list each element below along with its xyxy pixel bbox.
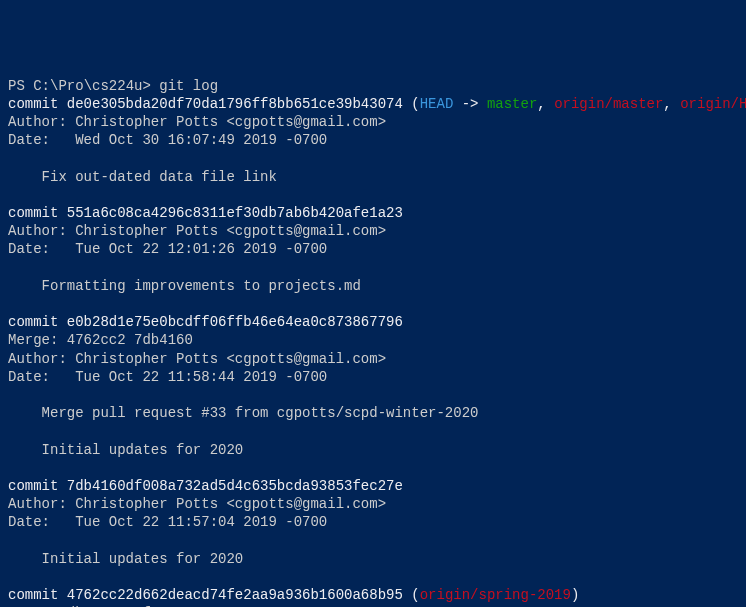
merge-line: Merge: 4762cc2 7db4160 bbox=[8, 331, 738, 349]
author-line: Author: Christopher Potts <cgpotts@gmail… bbox=[8, 222, 738, 240]
commit-message: Formatting improvements to projects.md bbox=[8, 277, 738, 295]
origin-spring-ref: origin/spring-2019 bbox=[420, 587, 571, 603]
date-line: Date: Tue Oct 22 11:58:44 2019 -0700 bbox=[8, 368, 738, 386]
commit-hash: de0e305bda20df70da1796ff8bb651ce39b43074 bbox=[67, 96, 403, 112]
author-line: Author: Christopher Potts <cgpotts@gmail… bbox=[8, 350, 738, 368]
commit-prefix: commit bbox=[8, 478, 67, 494]
author-line: Author: Christopher Potts <cgpotts@gmail… bbox=[8, 113, 738, 131]
blank-line bbox=[8, 295, 738, 313]
blank-line bbox=[8, 386, 738, 404]
date-line: Date: Tue Oct 22 11:57:04 2019 -0700 bbox=[8, 513, 738, 531]
date-line: Date: Wed Oct 30 16:07:49 2019 -0700 bbox=[8, 131, 738, 149]
commit-line: commit 551a6c08ca4296c8311ef30db7ab6b420… bbox=[8, 204, 738, 222]
commit-prefix: commit bbox=[8, 314, 67, 330]
master-ref: master bbox=[487, 96, 537, 112]
commit-hash: 4762cc22d662deacd74fe2aa9a936b1600a68b95 bbox=[67, 587, 403, 603]
blank-line bbox=[8, 422, 738, 440]
blank-line bbox=[8, 531, 738, 549]
paren-open: ( bbox=[403, 587, 420, 603]
blank-line bbox=[8, 459, 738, 477]
prompt-line: PS C:\Pro\cs224u> git log bbox=[8, 77, 738, 95]
commit-message: Merge pull request #33 from cgpotts/scpd… bbox=[8, 404, 738, 422]
commit-line: commit e0b28d1e75e0bcdff06ffb46e64ea0c87… bbox=[8, 313, 738, 331]
prompt-ps: PS bbox=[8, 78, 33, 94]
commit-line: commit 7db4160df008a732ad5d4c635bcda9385… bbox=[8, 477, 738, 495]
paren-open: ( bbox=[403, 96, 420, 112]
comma: , bbox=[537, 96, 554, 112]
git-command: git log bbox=[151, 78, 218, 94]
commit-prefix: commit bbox=[8, 587, 67, 603]
commit-hash: 551a6c08ca4296c8311ef30db7ab6b420afe1a23 bbox=[67, 205, 403, 221]
commit-message: Initial updates for 2020 bbox=[8, 550, 738, 568]
comma: , bbox=[663, 96, 680, 112]
origin-master-ref: origin/master bbox=[554, 96, 663, 112]
commit-line: commit de0e305bda20df70da1796ff8bb651ce3… bbox=[8, 95, 738, 113]
blank-line bbox=[8, 568, 738, 586]
origin-head-ref: origin/HEAD bbox=[680, 96, 746, 112]
blank-line bbox=[8, 186, 738, 204]
commit-prefix: commit bbox=[8, 205, 67, 221]
commit-line: commit 4762cc22d662deacd74fe2aa9a936b160… bbox=[8, 586, 738, 604]
date-line: Date: Tue Oct 22 12:01:26 2019 -0700 bbox=[8, 240, 738, 258]
prompt-path: C:\Pro\cs224u> bbox=[33, 78, 151, 94]
commit-hash: e0b28d1e75e0bcdff06ffb46e64ea0c873867796 bbox=[67, 314, 403, 330]
blank-line bbox=[8, 259, 738, 277]
commit-hash: 7db4160df008a732ad5d4c635bcda93853fec27e bbox=[67, 478, 403, 494]
commit-prefix: commit bbox=[8, 96, 67, 112]
terminal-output[interactable]: PS C:\Pro\cs224u> git logcommit de0e305b… bbox=[8, 77, 738, 607]
head-ref: HEAD bbox=[420, 96, 454, 112]
author-line: Author: Christopher Potts <cgpotts@gmail… bbox=[8, 495, 738, 513]
commit-message: Initial updates for 2020 bbox=[8, 441, 738, 459]
arrow: -> bbox=[453, 96, 487, 112]
paren-close: ) bbox=[571, 587, 579, 603]
blank-line bbox=[8, 150, 738, 168]
commit-message: Fix out-dated data file link bbox=[8, 168, 738, 186]
